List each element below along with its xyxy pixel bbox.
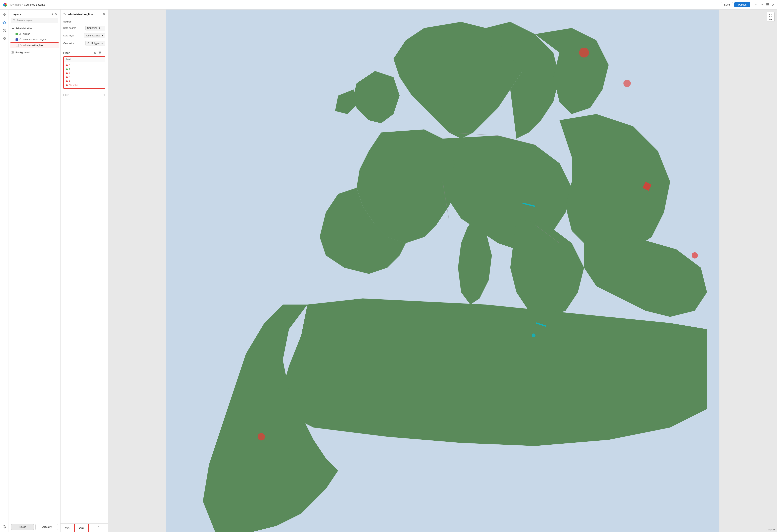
svg-rect-4 (5, 37, 6, 38)
data-layer-label: Data layer (63, 34, 74, 37)
svg-rect-11 (12, 28, 14, 29)
layers-footer: Blocks Verticality (9, 522, 60, 532)
svg-rect-10 (12, 28, 14, 28)
source-panel-title-icon (63, 13, 66, 16)
filter-val-novalue: No value (69, 84, 78, 87)
data-layer-row: Data layer administrative ▼ (61, 32, 108, 39)
filter-box-inner: level (64, 57, 105, 62)
svg-point-2 (4, 30, 5, 31)
forward-button[interactable]: → (760, 3, 764, 7)
back-button[interactable]: ← (754, 3, 758, 7)
filter-remove-button[interactable]: − (104, 51, 105, 54)
data-layer-select[interactable]: administrative ▼ (84, 33, 105, 38)
layer-name-europe: europe (23, 33, 57, 35)
layer-icon-administrative-polygon (19, 38, 21, 41)
close-topbar-button[interactable]: ✕ (772, 3, 775, 7)
filter-value-2[interactable]: 2 (66, 71, 103, 75)
layers-panel-header: Layers + ✕ (9, 10, 60, 18)
data-source-label: Data source (63, 27, 76, 29)
search-icon (13, 19, 15, 22)
blocks-button[interactable]: Blocks (11, 524, 34, 530)
tab-style[interactable]: Style (61, 524, 74, 532)
svg-point-18 (579, 47, 589, 57)
layer-item-administrative-polygon[interactable]: administrative_polygon (10, 37, 59, 42)
publish-button[interactable]: Publish (735, 2, 750, 7)
filter-header: Filter ↻ − (63, 51, 105, 55)
filter-reset-button[interactable]: ↻ (94, 51, 96, 55)
verticality-button[interactable]: Verticality (35, 524, 58, 530)
filter-val-1: 1 (69, 68, 70, 71)
breadcrumb-root[interactable]: My maps (10, 3, 21, 6)
source-panel: administrative_line ✕ Source Data source… (61, 10, 108, 532)
layer-item-europe[interactable]: europe (10, 31, 59, 37)
svg-point-20 (692, 252, 698, 259)
filter-dot-4 (66, 81, 68, 82)
save-button[interactable]: Save (721, 2, 733, 7)
geometry-value: Polygon (91, 42, 100, 45)
geometry-row: Geometry Polygon ▼ (61, 39, 108, 47)
filter-value-3[interactable]: 3 (66, 75, 103, 79)
svg-rect-14 (13, 51, 14, 52)
svg-rect-13 (12, 51, 13, 52)
close-layers-button[interactable]: ✕ (55, 12, 58, 16)
filter-value-0[interactable]: 0 (66, 63, 103, 67)
main-area: ? Layers + ✕ Administrative (0, 10, 777, 532)
layer-name-administrative-line: administrative_line (23, 44, 56, 47)
filter-tab-level[interactable]: level (64, 57, 105, 62)
svg-rect-16 (13, 53, 14, 54)
source-panel-header: administrative_line ✕ (61, 10, 108, 18)
geometry-chevron: ▼ (101, 42, 104, 45)
data-source-select[interactable]: Countries ▼ (85, 26, 105, 30)
layer-group-header-administrative[interactable]: Administrative (9, 26, 60, 31)
add-layer-button[interactable]: + (51, 13, 53, 16)
filter-values-list: 0 1 2 3 4 (64, 62, 105, 88)
source-panel-title: administrative_line (68, 13, 93, 16)
topbar: My maps / Countries Satellite Save Publi… (0, 0, 777, 10)
menu-button[interactable]: ☰ (766, 3, 769, 7)
rail-layers-icon[interactable] (1, 19, 8, 26)
layer-item-administrative-line[interactable]: administrative_line (10, 42, 59, 48)
layer-color-europe (15, 33, 18, 35)
filter-value-novalue[interactable]: No value (66, 83, 103, 87)
zoom-indicator: ◯ 2.7 (767, 12, 775, 22)
rail-help-icon[interactable]: ? (1, 523, 8, 530)
filter-value-1[interactable]: 1 (66, 67, 103, 71)
svg-text:?: ? (4, 526, 5, 528)
layer-group-administrative: Administrative europe administrative_pol… (9, 25, 60, 49)
filter-val-3: 3 (69, 76, 70, 79)
clock-icon: ◯ (769, 13, 772, 17)
close-source-panel-button[interactable]: ✕ (103, 12, 105, 16)
svg-point-1 (3, 29, 6, 32)
rail-flash-icon[interactable] (1, 11, 8, 18)
filter-add-button[interactable]: + (103, 93, 105, 97)
tab-json[interactable]: {} (89, 524, 108, 532)
layer-group-header-background[interactable]: Background (9, 50, 60, 55)
tab-data[interactable]: Data (74, 524, 89, 532)
filter-value-4[interactable]: 4 (66, 79, 103, 83)
svg-rect-3 (3, 37, 4, 38)
breadcrumb-sep: / (22, 3, 23, 6)
svg-point-21 (257, 433, 265, 440)
layers-search-box (11, 18, 58, 23)
source-panel-tabs: Style Data {} (61, 523, 108, 532)
filter-settings-button[interactable] (98, 51, 102, 55)
layer-name-administrative-polygon: administrative_polygon (23, 38, 57, 41)
geometry-icon-small (87, 42, 90, 45)
svg-rect-15 (12, 53, 13, 54)
filter-dot-novalue (66, 85, 68, 86)
app-logo (2, 2, 8, 8)
rail-style-icon[interactable] (1, 27, 8, 34)
geometry-select[interactable]: Polygon ▼ (85, 41, 105, 46)
layers-panel: Layers + ✕ Administrative europe (9, 10, 61, 532)
search-layers-input[interactable] (17, 19, 57, 22)
group-label-administrative: Administrative (15, 27, 32, 30)
filter-box: level 0 1 2 (63, 56, 105, 89)
filter-title: Filter (63, 51, 70, 54)
background-group-icon (12, 51, 14, 54)
svg-rect-12 (12, 29, 14, 29)
layer-checkbox-administrative-line[interactable] (16, 44, 18, 47)
map-area[interactable]: ◯ 2.7 © MapTiler (108, 10, 777, 532)
rail-plugin-icon[interactable] (1, 35, 8, 42)
breadcrumb-current: Countries Satellite (24, 3, 45, 6)
svg-point-19 (623, 80, 631, 87)
